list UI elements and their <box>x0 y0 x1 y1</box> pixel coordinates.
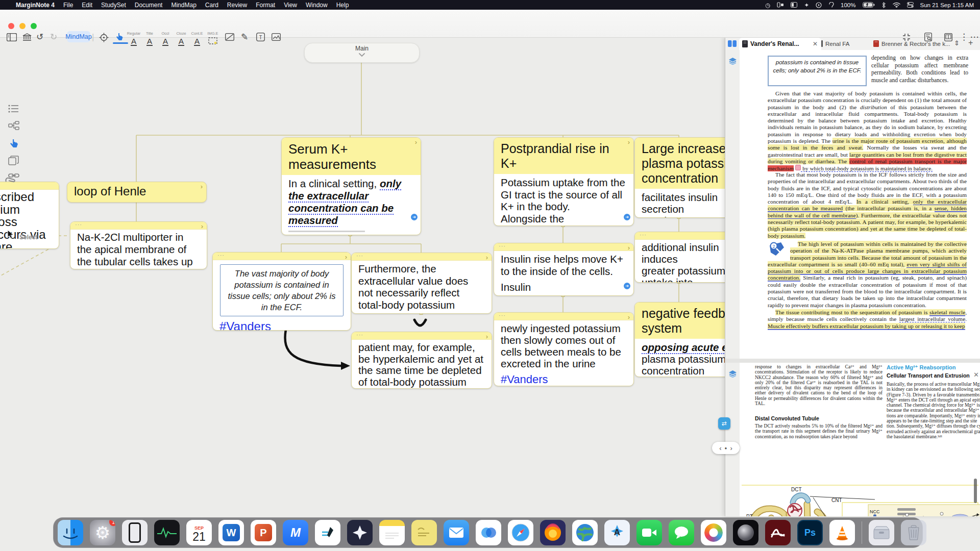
document-search-icon[interactable] <box>921 32 935 42</box>
dock-finder[interactable] <box>58 520 83 545</box>
card-link-line[interactable]: Insulin <box>494 280 633 296</box>
layers-icon[interactable] <box>728 370 737 378</box>
expand-arrow-icon[interactable]: › <box>628 138 630 146</box>
pdf-page-1[interactable]: potassium is contained in tissue cells; … <box>740 50 980 359</box>
more-dots-icon[interactable]: ··· <box>75 221 82 228</box>
clock-status-icon[interactable]: ◷ <box>765 2 770 9</box>
more-dots-icon[interactable]: ··· <box>217 252 225 258</box>
pdf-paragraph-4[interactable]: The tissue contributing most to the sequ… <box>768 309 967 330</box>
card-tag[interactable]: #Vanders <box>494 372 633 386</box>
undo-icon[interactable]: ↺ <box>33 32 46 42</box>
scrollbar-thumb[interactable] <box>974 479 977 503</box>
dock-photoshop[interactable]: Ps <box>797 520 823 545</box>
window-tiling-icon[interactable] <box>791 2 797 8</box>
text-box-icon[interactable]: T <box>254 32 267 42</box>
emphasis-stamp-icon[interactable]: 2 <box>768 241 787 258</box>
pdf-inline-note-box[interactable]: potassium is contained in tissue cells; … <box>768 56 867 86</box>
tab-vanders-renal[interactable]: Vander's Renal... ✕ <box>739 38 821 50</box>
expand-arrow-icon[interactable]: › <box>486 254 488 261</box>
collapse-fullscreen-icon[interactable] <box>900 32 913 42</box>
duplicate-cards-icon[interactable] <box>8 156 19 165</box>
close-panel-icon-2[interactable]: ✕ <box>973 371 979 379</box>
split-view-icon[interactable] <box>728 40 737 47</box>
expand-arrow-icon[interactable]: › <box>201 183 203 190</box>
dock-trash[interactable] <box>901 520 926 545</box>
dock-file-box[interactable] <box>869 520 894 545</box>
pdf-paragraph-2[interactable]: The fact that most body potassium is in … <box>768 171 967 239</box>
expand-arrow-icon[interactable]: › <box>415 138 417 146</box>
app-menu[interactable]: MarginNote 4 <box>16 2 55 9</box>
menu-item-9[interactable]: Window <box>306 2 328 9</box>
dock-vlc[interactable] <box>829 520 855 545</box>
card-vast-majority[interactable]: ···› The vast majority of body potassium… <box>212 252 351 331</box>
link-badge-icon[interactable]: ➜ <box>411 214 418 220</box>
menu-item-0[interactable]: File <box>63 2 73 9</box>
dock-anki[interactable]: A <box>604 520 630 545</box>
expand-arrow-icon[interactable]: › <box>628 244 630 252</box>
dock-safari[interactable] <box>508 520 533 545</box>
dock-facetime[interactable] <box>636 520 662 545</box>
link-badge-icon[interactable]: ➜ <box>624 283 630 289</box>
format-tool-occl[interactable]: OcclA <box>157 28 174 46</box>
dock-word[interactable]: W <box>218 520 244 545</box>
flashcard-compose-icon[interactable] <box>223 32 236 42</box>
menu-item-1[interactable]: Edit <box>82 2 92 9</box>
next-page-icon[interactable]: › <box>730 444 732 452</box>
more-dots-icon[interactable]: ··· <box>499 243 506 249</box>
dock-firefox[interactable] <box>540 520 566 545</box>
menu-item-7[interactable]: Format <box>256 2 275 9</box>
dock-calendar[interactable]: SEP21 <box>186 520 212 545</box>
control-center-icon[interactable] <box>907 2 914 8</box>
minimize-window-button[interactable] <box>19 23 26 29</box>
locate-target-icon[interactable] <box>97 32 110 43</box>
dock-mail[interactable] <box>444 520 469 545</box>
card-newly-ingested[interactable]: ···› newly ingested potassium then slowl… <box>494 312 634 386</box>
card-insulin-rise[interactable]: ···› Insulin rise helps move K+ to the i… <box>494 243 634 296</box>
stage-manager-icon[interactable] <box>777 2 784 8</box>
collapse-chevron-icon[interactable] <box>358 53 365 57</box>
link-badge-icon[interactable]: ➜ <box>624 214 630 220</box>
shortcut-app-icon[interactable]: ✦ <box>804 2 809 9</box>
format-tool-cloze[interactable]: ClozeA <box>173 28 190 46</box>
close-tab-icon[interactable]: ✕ <box>813 40 818 47</box>
play-status-icon[interactable] <box>816 2 822 8</box>
dock-powerpoint[interactable]: P <box>251 520 276 545</box>
card-tag[interactable]: #Vanders <box>352 313 492 314</box>
paperclip-icon[interactable] <box>4 176 16 186</box>
menu-item-2[interactable]: StudySet <box>101 2 126 9</box>
prev-page-icon[interactable]: ‹ <box>719 444 721 452</box>
vertical-more-icon[interactable]: ⋮ <box>960 32 968 42</box>
expand-arrow-icon[interactable]: › <box>345 253 347 261</box>
mindmap-structure-icon[interactable] <box>8 121 19 130</box>
format-tool-imge[interactable]: IMG.E <box>204 28 222 45</box>
card-tag[interactable]: #Vanders <box>282 232 421 235</box>
dock-notes[interactable] <box>379 520 405 545</box>
format-tool-regular[interactable]: RegularA <box>125 28 142 46</box>
card-tag[interactable]: #Vanders <box>213 316 351 331</box>
close-window-button[interactable] <box>8 23 14 29</box>
mindmap-mode-button[interactable]: MindMap <box>67 31 90 42</box>
dock-star-notes[interactable] <box>347 520 373 545</box>
bluetooth-icon[interactable] <box>881 2 886 8</box>
expand-arrow-icon[interactable]: › <box>628 313 630 321</box>
battery-icon[interactable] <box>863 2 875 8</box>
pen-annotate-icon[interactable]: ✎ <box>238 32 251 42</box>
tab-renal-fa[interactable]: Renal FA <box>821 37 849 50</box>
root-node[interactable]: Main <box>304 43 420 63</box>
book-reader-icon[interactable] <box>942 32 955 42</box>
more-dots-icon[interactable]: ··· <box>640 232 647 238</box>
image-frame-icon[interactable] <box>270 32 283 42</box>
expand-arrow-icon[interactable]: › <box>201 222 203 230</box>
zoom-window-button[interactable] <box>31 23 37 29</box>
sidebar-toggle-icon[interactable] <box>5 32 18 42</box>
hand-select-tool-icon[interactable] <box>113 32 126 44</box>
menu-item-10[interactable]: Help <box>336 2 349 9</box>
more-dots-icon[interactable]: ··· <box>356 332 363 338</box>
hearing-icon[interactable] <box>828 2 834 8</box>
more-options-icon[interactable]: ⋯ <box>969 32 980 42</box>
pdf-paragraph-3[interactable]: 2 The high level of potassium within cel… <box>768 241 967 309</box>
pdf-paragraph-1[interactable]: Given that the vast majority of body pot… <box>768 90 967 172</box>
page-nav-pill[interactable]: ‹●› <box>712 442 740 454</box>
dock-stickies[interactable] <box>411 520 437 545</box>
menu-item-6[interactable]: Review <box>227 2 247 9</box>
